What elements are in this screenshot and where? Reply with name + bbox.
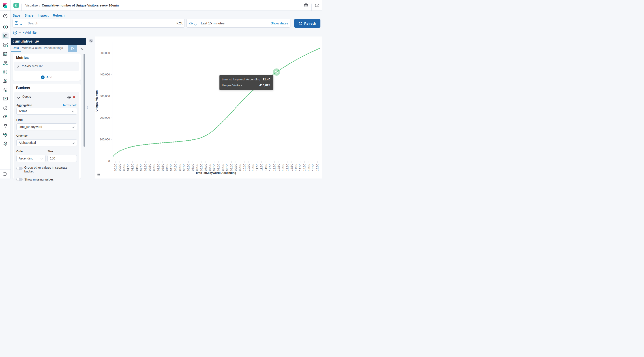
svg-text:07:30: 07:30 — [208, 164, 212, 171]
svg-text:10:10: 10:10 — [243, 164, 246, 171]
svg-text:05:50: 05:50 — [187, 164, 190, 171]
svg-text:07:50: 07:50 — [213, 164, 216, 171]
svg-text:03:50: 03:50 — [161, 164, 164, 171]
svg-text:15:50: 15:50 — [316, 164, 319, 171]
svg-text:01:30: 01:30 — [131, 164, 134, 171]
svg-text:06:50: 06:50 — [200, 164, 203, 171]
svg-text:00:30: 00:30 — [118, 164, 121, 171]
svg-text:06:30: 06:30 — [196, 164, 198, 171]
svg-text:04:30: 04:30 — [170, 164, 173, 171]
svg-text:13:10: 13:10 — [282, 164, 284, 171]
svg-text:13:50: 13:50 — [290, 164, 293, 171]
svg-text:06:10: 06:10 — [191, 164, 194, 171]
svg-text:08:30: 08:30 — [222, 164, 224, 171]
svg-text:03:30: 03:30 — [157, 164, 160, 171]
svg-text:300,000: 300,000 — [100, 95, 110, 98]
svg-text:15:10: 15:10 — [308, 164, 310, 171]
svg-text:02:30: 02:30 — [144, 164, 147, 171]
svg-text:00:50: 00:50 — [122, 164, 126, 171]
svg-text:11:10: 11:10 — [256, 164, 259, 171]
svg-text:08:50: 08:50 — [226, 164, 229, 171]
svg-text:0: 0 — [108, 160, 110, 163]
svg-text:09:30: 09:30 — [234, 164, 237, 171]
svg-text:02:50: 02:50 — [148, 164, 151, 171]
svg-text:00:10: 00:10 — [114, 164, 117, 171]
svg-text:11:30: 11:30 — [260, 164, 263, 171]
svg-text:14:50: 14:50 — [303, 164, 306, 171]
svg-text:200,000: 200,000 — [100, 116, 110, 119]
svg-text:14:10: 14:10 — [294, 164, 298, 171]
svg-text:09:50: 09:50 — [238, 164, 242, 171]
svg-text:05:30: 05:30 — [183, 164, 186, 171]
svg-text:500,000: 500,000 — [100, 52, 110, 55]
svg-text:04:50: 04:50 — [174, 164, 177, 171]
svg-text:12:10: 12:10 — [269, 164, 272, 171]
svg-text:10:50: 10:50 — [252, 164, 254, 171]
svg-text:100,000: 100,000 — [100, 138, 110, 141]
svg-text:02:10: 02:10 — [140, 164, 143, 171]
svg-text:03:10: 03:10 — [152, 164, 156, 171]
svg-text:01:50: 01:50 — [136, 164, 138, 171]
svg-text:04:10: 04:10 — [166, 164, 168, 171]
svg-text:07:10: 07:10 — [204, 164, 207, 171]
svg-text:08:10: 08:10 — [217, 164, 220, 171]
svg-text:15:30: 15:30 — [312, 164, 315, 171]
svg-text:12:30: 12:30 — [273, 164, 276, 171]
svg-text:time_str.keyword: Ascending: time_str.keyword: Ascending — [196, 171, 236, 174]
svg-text:400,000: 400,000 — [100, 73, 110, 76]
svg-text:10:30: 10:30 — [247, 164, 250, 171]
svg-text:09:10: 09:10 — [230, 164, 233, 171]
svg-text:13:30: 13:30 — [286, 164, 289, 171]
svg-text:11:50: 11:50 — [264, 164, 268, 171]
svg-text:05:10: 05:10 — [178, 164, 182, 171]
svg-text:14:30: 14:30 — [299, 164, 302, 171]
svg-text:12:50: 12:50 — [277, 164, 280, 171]
svg-text:01:10: 01:10 — [127, 164, 130, 171]
